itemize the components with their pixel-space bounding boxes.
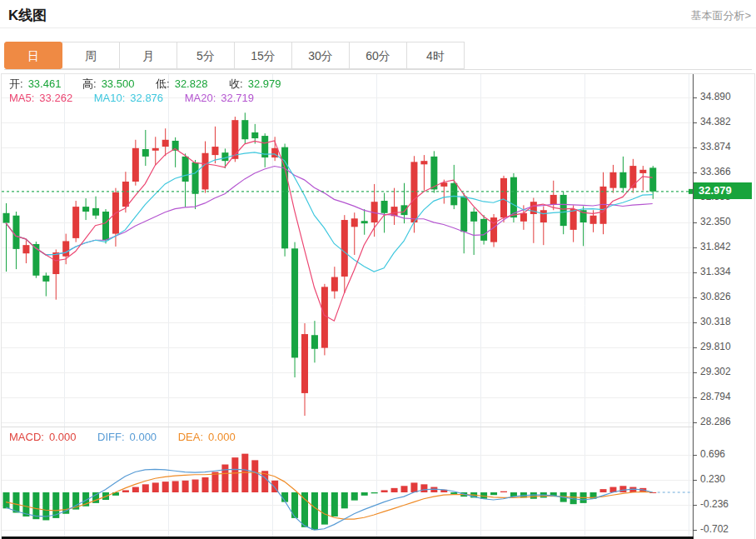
axis-tick-label: 29.302 [700,366,731,378]
tab-week[interactable]: 周 [62,42,120,69]
axis-tick [694,172,697,173]
axis-tick [694,372,697,373]
axis-tick-label: 33.366 [700,166,731,178]
fundamental-analysis-link[interactable]: 基本面分析> [690,8,751,23]
ma10-label: MA10: [94,92,126,104]
tab-60min[interactable]: 60分 [349,42,407,69]
axis-tick-label: 34.382 [700,116,731,128]
tab-4hour[interactable]: 4时 [406,42,465,69]
axis-tick [694,397,697,398]
open-value: 33.461 [28,77,62,90]
low-label: 低: [156,77,170,90]
axis-tick [694,480,697,481]
price-axis: 34.89034.38233.87433.36632.85832.35031.8… [693,74,754,539]
axis-tick [694,247,697,248]
axis-tick-label: 29.810 [700,341,731,353]
axis-tick-label: 32.350 [700,216,731,228]
chart-container: 开:33.461 高:33.500 低:32.828 收:32.979 MA5:… [1,73,755,539]
high-label: 高: [82,77,97,90]
axis-tick-label: 30.318 [700,316,731,328]
tab-15min[interactable]: 15分 [234,42,292,69]
axis-tick-label: 30.826 [700,291,731,303]
axis-tick-label: 28.286 [700,416,731,428]
axis-tick-label: 0.696 [700,448,725,461]
axis-tick [694,505,697,506]
high-value: 33.500 [102,77,135,90]
axis-tick-label: 0.230 [700,473,725,486]
axis-tick [694,422,697,423]
macd-row: MACD:0.000 DIFF:0.000 DEA:0.000 [9,431,241,443]
title-divider [0,27,756,28]
axis-tick [694,455,697,456]
axis-tick-label: -0.236 [700,498,729,511]
kline-chart-canvas[interactable] [2,74,693,539]
axis-tick-label: 31.842 [700,241,731,253]
axis-tick [694,222,697,223]
axis-tick-label: 31.334 [700,266,731,278]
tab-month[interactable]: 月 [119,42,177,69]
ma20-value: 32.719 [221,92,254,104]
axis-tick-label: 33.874 [700,141,731,153]
ohlc-row: 开:33.461 高:33.500 低:32.828 收:32.979 [9,77,286,92]
axis-tick-label: 28.794 [700,391,731,403]
tab-day[interactable]: 日 [4,42,62,69]
ma20-label: MA20: [185,92,216,104]
ma5-label: MA5: [9,92,34,104]
diff-label: DIFF: [97,431,125,443]
axis-tick [694,297,697,298]
axis-tick [694,97,697,98]
axis-tick [694,147,697,148]
close-label: 收: [229,77,243,90]
macd-label: MACD: [9,431,44,443]
dea-label: DEA: [178,431,203,443]
dea-value: 0.000 [208,431,236,443]
axis-tick [694,122,697,123]
axis-tick [694,272,697,273]
page-title: K线图 [8,6,47,25]
ma-row: MA5:33.262 MA10:32.876 MA20:32.719 [9,92,259,104]
low-value: 32.828 [175,77,208,90]
interval-tabs: 日 周 月 5分 15分 30分 60分 4时 [4,42,752,70]
ma5-value: 33.262 [39,92,72,104]
axis-tick [694,347,697,348]
axis-tick-label: 34.890 [700,91,731,103]
macd-value: 0.000 [49,431,77,443]
ma10-value: 32.876 [130,92,163,104]
kline-widget: K线图 基本面分析> 日 周 月 5分 15分 30分 60分 4时 开:33.… [0,0,756,539]
open-label: 开: [9,77,23,90]
tab-30min[interactable]: 30分 [291,42,350,69]
tab-5min[interactable]: 5分 [177,42,235,69]
axis-tick [694,322,697,323]
close-value: 32.979 [248,77,281,90]
current-price-tag: 32.979 [694,182,752,199]
axis-tick [694,530,697,531]
diff-value: 0.000 [130,431,157,443]
axis-tick-label: -0.702 [700,523,729,536]
